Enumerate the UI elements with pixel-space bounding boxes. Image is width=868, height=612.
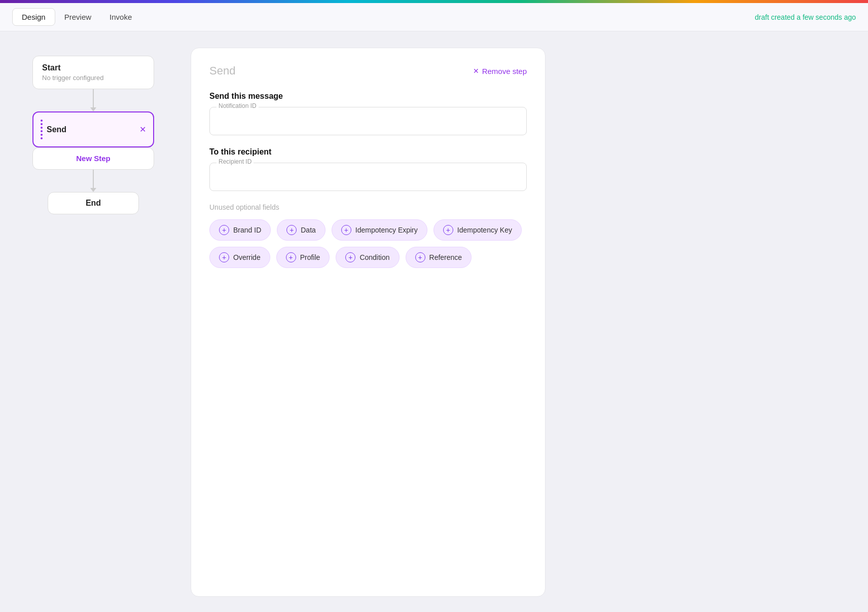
tab-invoke[interactable]: Invoke (100, 9, 141, 25)
send-node-close-icon[interactable]: ✕ (139, 125, 146, 134)
tab-preview[interactable]: Preview (55, 9, 100, 25)
chip-brand-id-icon: + (219, 225, 229, 235)
chip-brand-id[interactable]: +Brand ID (209, 219, 271, 241)
chip-condition-icon: + (345, 252, 355, 262)
chip-idempotency-key-icon: + (443, 225, 453, 235)
chip-reference-icon: + (415, 252, 425, 262)
chip-data[interactable]: +Data (277, 219, 326, 241)
send-node-left: Send (41, 120, 66, 139)
start-node-subtitle: No trigger configured (42, 74, 144, 82)
chip-idempotency-expiry-icon: + (341, 225, 351, 235)
notification-id-field-wrapper: Notification ID (209, 107, 527, 135)
chip-condition[interactable]: +Condition (336, 247, 399, 268)
chip-idempotency-key-label: Idempotency Key (457, 226, 512, 234)
connector-arrow-2 (90, 188, 96, 192)
workflow-canvas: Start No trigger configured Send ✕ New S… (12, 48, 174, 597)
connector-line-2 (93, 170, 94, 188)
end-node: End (48, 192, 139, 214)
connector-arrow-1 (90, 107, 96, 111)
recipient-section-title: To this recipient (209, 147, 527, 157)
chip-idempotency-expiry-label: Idempotency Expiry (355, 226, 418, 234)
chip-profile-label: Profile (300, 253, 320, 261)
chip-data-icon: + (286, 225, 297, 235)
chip-data-label: Data (301, 226, 316, 234)
connector-line-1 (93, 89, 94, 107)
end-node-label: End (86, 199, 101, 207)
notification-id-label: Notification ID (216, 102, 259, 109)
optional-chips-container: +Brand ID+Data+Idempotency Expiry+Idempo… (209, 219, 527, 268)
send-form-panel: Send ✕ Remove step Send this message Not… (191, 48, 546, 597)
chip-override-icon: + (219, 252, 229, 262)
recipient-id-label: Recipient ID (216, 158, 254, 165)
connector-1 (90, 89, 96, 111)
drag-handle-icon (41, 120, 43, 139)
start-node[interactable]: Start No trigger configured (32, 56, 154, 89)
chip-reference[interactable]: +Reference (406, 247, 472, 268)
recipient-id-field-wrapper: Recipient ID (209, 163, 527, 191)
remove-step-button[interactable]: ✕ Remove step (473, 67, 527, 75)
chip-profile[interactable]: +Profile (276, 247, 330, 268)
notification-id-input[interactable] (209, 107, 527, 135)
new-step-node[interactable]: New Step (32, 147, 154, 170)
chip-idempotency-key[interactable]: +Idempotency Key (433, 219, 522, 241)
tab-design[interactable]: Design (12, 8, 55, 26)
recipient-id-input[interactable] (209, 163, 527, 191)
chip-brand-id-label: Brand ID (233, 226, 261, 234)
chip-idempotency-expiry[interactable]: +Idempotency Expiry (332, 219, 427, 241)
connector-2 (90, 170, 96, 192)
form-header: Send ✕ Remove step (209, 64, 527, 78)
nav-bar: Design Preview Invoke draft created a fe… (0, 3, 868, 31)
remove-step-label: Remove step (482, 67, 527, 75)
remove-step-icon: ✕ (473, 67, 479, 75)
main-layout: Start No trigger configured Send ✕ New S… (0, 31, 868, 612)
send-node-label: Send (47, 125, 66, 134)
chip-condition-label: Condition (359, 253, 389, 261)
send-node[interactable]: Send ✕ (32, 111, 154, 147)
start-node-title: Start (42, 63, 144, 72)
chip-override[interactable]: +Override (209, 247, 270, 268)
chip-override-label: Override (233, 253, 261, 261)
form-title: Send (209, 64, 235, 78)
new-step-label: New Step (76, 154, 111, 163)
chip-profile-icon: + (286, 252, 296, 262)
optional-fields-label: Unused optional fields (209, 203, 527, 211)
chip-reference-label: Reference (429, 253, 462, 261)
send-message-section-title: Send this message (209, 92, 527, 101)
draft-status: draft created a few seconds ago (755, 13, 856, 21)
